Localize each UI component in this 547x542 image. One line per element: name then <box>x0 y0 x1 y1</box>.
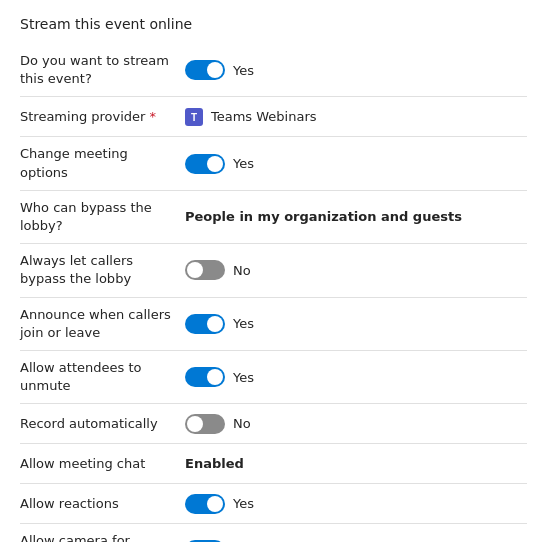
row-announce-callers: Announce when callers join or leaveYes <box>20 298 527 351</box>
row-value-meeting-chat: Enabled <box>185 456 527 471</box>
toggle-callers-bypass[interactable] <box>185 260 225 280</box>
label-text: Allow reactions <box>20 495 119 513</box>
bold-value: Enabled <box>185 456 244 471</box>
label-text: Always let callers bypass the lobby <box>20 252 175 288</box>
row-value-allow-reactions: Yes <box>185 494 527 514</box>
toggle-label: Yes <box>233 156 254 171</box>
row-allow-unmute: Allow attendees to unmuteYes <box>20 351 527 404</box>
row-allow-reactions: Allow reactionsYes <box>20 484 527 524</box>
toggle-knob <box>187 416 203 432</box>
toggle-label: Yes <box>233 63 254 78</box>
label-text: Allow meeting chat <box>20 455 145 473</box>
row-value-callers-bypass: No <box>185 260 527 280</box>
toggle-allow-unmute[interactable] <box>185 367 225 387</box>
row-label-bypass-lobby: Who can bypass the lobby? <box>20 199 185 235</box>
row-label-allow-camera: Allow camera for attendees <box>20 532 185 542</box>
streaming-provider-label: Teams Webinars <box>211 109 317 124</box>
label-text: Do you want to stream this event? <box>20 52 175 88</box>
toggle-knob <box>207 156 223 172</box>
row-label-meeting-chat: Allow meeting chat <box>20 455 185 473</box>
row-allow-camera: Allow camera for attendeesYes <box>20 524 527 542</box>
row-record-auto: Record automaticallyNo <box>20 404 527 444</box>
settings-rows: Do you want to stream this event?YesStre… <box>20 44 527 542</box>
toggle-label: No <box>233 263 251 278</box>
toggle-record-auto[interactable] <box>185 414 225 434</box>
toggle-knob <box>207 62 223 78</box>
toggle-allow-reactions[interactable] <box>185 494 225 514</box>
toggle-label: Yes <box>233 370 254 385</box>
toggle-knob <box>207 369 223 385</box>
toggle-label: No <box>233 416 251 431</box>
row-callers-bypass: Always let callers bypass the lobbyNo <box>20 244 527 297</box>
page-title: Stream this event online <box>20 16 527 32</box>
row-label-callers-bypass: Always let callers bypass the lobby <box>20 252 185 288</box>
toggle-knob <box>187 262 203 278</box>
row-streaming-provider: Streaming provider * T Teams Webinars <box>20 97 527 137</box>
row-label-record-auto: Record automatically <box>20 415 185 433</box>
main-container: Stream this event online Do you want to … <box>0 0 547 542</box>
label-text: Streaming provider <box>20 108 145 126</box>
toggle-change-meeting[interactable] <box>185 154 225 174</box>
row-label-allow-unmute: Allow attendees to unmute <box>20 359 185 395</box>
toggle-announce-callers[interactable] <box>185 314 225 334</box>
row-stream-event: Do you want to stream this event?Yes <box>20 44 527 97</box>
label-text: Announce when callers join or leave <box>20 306 175 342</box>
row-label-announce-callers: Announce when callers join or leave <box>20 306 185 342</box>
required-marker: * <box>149 108 156 126</box>
toggle-label: Yes <box>233 316 254 331</box>
row-label-streaming-provider: Streaming provider * <box>20 108 185 126</box>
row-change-meeting: Change meeting optionsYes <box>20 137 527 190</box>
bold-value: People in my organization and guests <box>185 209 462 224</box>
toggle-stream-event[interactable] <box>185 60 225 80</box>
row-value-bypass-lobby: People in my organization and guests <box>185 209 527 224</box>
row-value-record-auto: No <box>185 414 527 434</box>
label-text: Change meeting options <box>20 145 175 181</box>
toggle-knob <box>207 496 223 512</box>
row-value-stream-event: Yes <box>185 60 527 80</box>
row-value-announce-callers: Yes <box>185 314 527 334</box>
row-value-streaming-provider: T Teams Webinars <box>185 108 527 126</box>
label-text: Who can bypass the lobby? <box>20 199 175 235</box>
svg-text:T: T <box>191 112 197 123</box>
label-text: Allow camera for attendees <box>20 532 175 542</box>
row-meeting-chat: Allow meeting chatEnabled <box>20 444 527 484</box>
row-bypass-lobby: Who can bypass the lobby?People in my or… <box>20 191 527 244</box>
row-label-allow-reactions: Allow reactions <box>20 495 185 513</box>
toggle-label: Yes <box>233 496 254 511</box>
row-label-change-meeting: Change meeting options <box>20 145 185 181</box>
row-label-stream-event: Do you want to stream this event? <box>20 52 185 88</box>
teams-webinars-icon: T <box>185 108 203 126</box>
row-value-change-meeting: Yes <box>185 154 527 174</box>
toggle-knob <box>207 316 223 332</box>
label-text: Record automatically <box>20 415 158 433</box>
row-value-allow-unmute: Yes <box>185 367 527 387</box>
label-text: Allow attendees to unmute <box>20 359 175 395</box>
